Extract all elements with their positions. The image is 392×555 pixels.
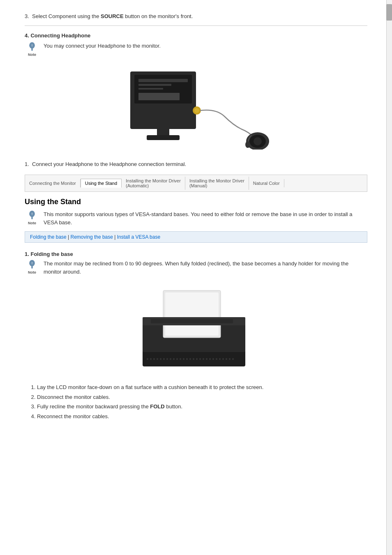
headphone-image bbox=[25, 63, 367, 154]
svg-rect-33 bbox=[176, 358, 178, 360]
note-block-stand: ! Note This monitor supports various typ… bbox=[25, 210, 367, 226]
folding-step-1: Lay the LCD monitor face-down on a flat … bbox=[37, 383, 367, 391]
folding-step-3-text: Fully recline the monitor backward press… bbox=[37, 403, 182, 410]
svg-rect-25 bbox=[150, 358, 152, 360]
svg-rect-36 bbox=[186, 358, 188, 360]
note-stand-text: This monitor supports various types of V… bbox=[44, 210, 367, 226]
svg-rect-55 bbox=[151, 319, 233, 323]
step3-text: 3. Select Component using the SOURCE but… bbox=[25, 12, 367, 21]
nav-install-manual[interactable]: Installing the Monitor Driver(Manual) bbox=[185, 177, 249, 190]
svg-rect-31 bbox=[170, 358, 171, 360]
folding-heading: 1. Folding the base bbox=[25, 251, 367, 257]
svg-rect-44 bbox=[212, 358, 214, 360]
svg-rect-46 bbox=[219, 358, 221, 360]
svg-rect-29 bbox=[163, 358, 165, 360]
link-remove-base[interactable]: Removing the base bbox=[71, 234, 113, 240]
nav-bar: Connecting the Monitor Using the Stand I… bbox=[25, 175, 367, 192]
note-label-folding: Note bbox=[28, 270, 36, 274]
folding-step-1-text: Lay the LCD monitor face-down on a flat … bbox=[37, 384, 263, 390]
svg-rect-42 bbox=[206, 358, 208, 360]
note-label: Note bbox=[28, 53, 36, 57]
folding-step-3: Fully recline the monitor backward press… bbox=[37, 403, 367, 411]
svg-rect-10 bbox=[147, 135, 180, 140]
headphone-illustration bbox=[118, 67, 274, 150]
scrollbar-thumb[interactable] bbox=[386, 4, 392, 21]
svg-rect-37 bbox=[189, 358, 191, 360]
svg-rect-26 bbox=[153, 358, 155, 360]
step3-suffix: button on the monitor's front. bbox=[124, 13, 193, 19]
note-icon-stand: ! Note bbox=[25, 210, 39, 225]
svg-rect-40 bbox=[199, 358, 201, 360]
folding-section: 1. Folding the base ! Note The monitor m… bbox=[25, 251, 367, 420]
section4-heading: 4. Connecting Headphone bbox=[25, 32, 367, 39]
link-install-vesa[interactable]: Install a VESA base bbox=[117, 234, 160, 240]
svg-rect-50 bbox=[232, 358, 234, 360]
page-wrapper: 3. Select Component using the SOURCE but… bbox=[0, 0, 392, 555]
svg-rect-30 bbox=[166, 358, 168, 360]
folding-step-4: Reconnect the monitor cables. bbox=[37, 412, 367, 421]
note-svg-stand: ! bbox=[26, 210, 38, 220]
svg-rect-53 bbox=[165, 292, 219, 336]
fold-bold: FOLD bbox=[150, 403, 164, 410]
links-bar: Folding the base | Removing the base | I… bbox=[25, 231, 367, 243]
svg-point-16 bbox=[245, 141, 250, 148]
nav-connecting-monitor[interactable]: Connecting the Monitor bbox=[25, 179, 81, 187]
svg-rect-7 bbox=[138, 88, 163, 90]
link-fold-base[interactable]: Folding the base bbox=[30, 234, 67, 240]
svg-text:!: ! bbox=[32, 44, 33, 47]
svg-rect-43 bbox=[209, 358, 211, 360]
svg-rect-6 bbox=[138, 84, 171, 86]
svg-rect-45 bbox=[216, 358, 217, 360]
using-stand-heading: Using the Stand bbox=[25, 198, 367, 206]
nav-natural-color[interactable]: Natural Color bbox=[249, 179, 284, 187]
nav-using-stand[interactable]: Using the Stand bbox=[81, 179, 122, 188]
step3-source: SOURCE bbox=[101, 13, 124, 19]
nav-spacer bbox=[284, 179, 294, 187]
note-icon-folding: ! Note bbox=[25, 260, 39, 274]
svg-text:!: ! bbox=[32, 261, 33, 265]
svg-text:!: ! bbox=[32, 212, 33, 216]
svg-rect-41 bbox=[203, 358, 204, 360]
note-svg: ! bbox=[26, 42, 38, 52]
svg-rect-35 bbox=[183, 358, 184, 360]
nav-install-automatic[interactable]: Installing the Monitor Driver(Automatic) bbox=[122, 177, 185, 190]
svg-rect-34 bbox=[180, 358, 181, 360]
top-rule bbox=[25, 25, 367, 26]
svg-rect-8 bbox=[138, 93, 180, 100]
note-svg-folding: ! bbox=[26, 260, 38, 269]
svg-rect-5 bbox=[138, 79, 188, 82]
svg-rect-21 bbox=[31, 266, 32, 268]
folding-step-2: Disconnect the monitor cables. bbox=[37, 393, 367, 401]
svg-rect-39 bbox=[196, 358, 198, 360]
svg-rect-38 bbox=[193, 358, 194, 360]
svg-rect-48 bbox=[226, 358, 227, 360]
note-block-headphone: ! Note You may connect your Headphone to… bbox=[25, 42, 367, 57]
svg-rect-49 bbox=[229, 358, 231, 360]
monitor-folded-image bbox=[25, 282, 367, 377]
note-headphone-text: You may connect your Headphone to the mo… bbox=[44, 42, 161, 50]
note-folding-text: The monitor may be reclined from 0 to 90… bbox=[44, 260, 367, 276]
folding-step-2-text: Disconnect the monitor cables. bbox=[37, 394, 110, 400]
svg-rect-28 bbox=[160, 358, 161, 360]
svg-rect-24 bbox=[147, 358, 148, 360]
note-icon: ! Note bbox=[25, 42, 39, 57]
headphone-step1-text: Connect your Headphone to the Headphone … bbox=[32, 161, 186, 167]
scrollbar[interactable] bbox=[386, 0, 392, 555]
monitor-fold-illustration bbox=[138, 286, 254, 373]
svg-rect-32 bbox=[173, 358, 175, 360]
svg-point-15 bbox=[254, 137, 262, 145]
svg-rect-18 bbox=[31, 216, 32, 219]
svg-rect-27 bbox=[157, 358, 158, 360]
folding-steps: Lay the LCD monitor face-down on a flat … bbox=[37, 383, 367, 420]
folding-step-4-text: Reconnect the monitor cables. bbox=[37, 413, 109, 419]
svg-point-12 bbox=[194, 108, 199, 113]
note-block-folding: ! Note The monitor may be reclined from … bbox=[25, 260, 367, 276]
note-label-stand: Note bbox=[28, 221, 36, 225]
step3-prefix: Select Component using the bbox=[32, 13, 101, 19]
svg-rect-1 bbox=[31, 48, 32, 51]
headphone-step1: 1. Connect your Headphone to the Headpho… bbox=[25, 160, 367, 168]
svg-rect-47 bbox=[222, 358, 224, 360]
